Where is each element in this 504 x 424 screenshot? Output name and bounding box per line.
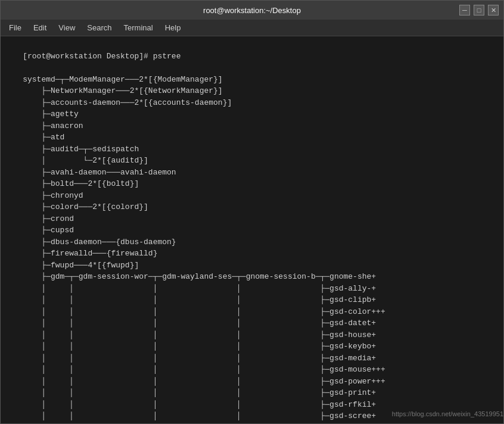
terminal-prompt: [root@workstation Desktop]# pstree	[23, 52, 181, 61]
minimize-button[interactable]: ─	[459, 5, 470, 15]
terminal-window: root@workstation:~/Desktop ─ □ ✕ File Ed…	[0, 0, 504, 424]
title-bar: root@workstation:~/Desktop ─ □ ✕	[1, 1, 503, 20]
close-button[interactable]: ✕	[488, 5, 499, 15]
menu-file[interactable]: File	[3, 22, 27, 33]
menu-search[interactable]: Search	[81, 22, 117, 33]
menu-edit[interactable]: Edit	[27, 22, 52, 33]
menu-view[interactable]: View	[52, 22, 81, 33]
window-controls: ─ □ ✕	[459, 5, 499, 15]
terminal-content: systemd─┬─ModemManager───2*[{ModemManage…	[4, 75, 385, 424]
menu-help[interactable]: Help	[159, 22, 187, 33]
window-title: root@workstation:~/Desktop	[203, 6, 301, 15]
maximize-button[interactable]: □	[474, 5, 484, 15]
terminal-output[interactable]: [root@workstation Desktop]# pstree syste…	[1, 36, 503, 423]
menu-terminal[interactable]: Terminal	[118, 22, 159, 33]
watermark: https://blog.csdn.net/weixin_43519951	[392, 409, 503, 419]
menu-bar: File Edit View Search Terminal Help	[1, 20, 503, 36]
